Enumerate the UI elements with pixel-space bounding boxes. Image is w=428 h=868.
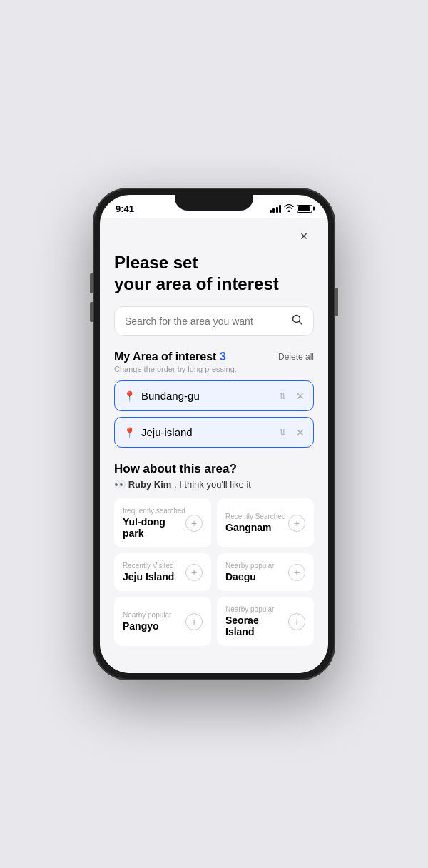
suggest-name-2: Jeju Island bbox=[123, 571, 185, 582]
search-container bbox=[114, 306, 314, 336]
add-button-jejuisland[interactable]: + bbox=[185, 564, 203, 581]
location-pin-icon: 📍 bbox=[123, 390, 136, 402]
recommend-title: How about this area? bbox=[114, 462, 314, 476]
add-button-pangyo[interactable]: + bbox=[185, 613, 203, 630]
page-title: Please set your area of interest bbox=[114, 252, 314, 295]
suggest-label-5: Nearby popular bbox=[225, 605, 288, 613]
suggest-grid: frequently searched Yul-dong park + Rece… bbox=[114, 498, 314, 646]
user-name: Ruby Kim bbox=[128, 479, 172, 490]
my-area-title: My Area of interest bbox=[114, 350, 216, 363]
suggest-card-gangnam: Recently Searched Gangnam + bbox=[217, 498, 314, 547]
suggest-name-5: Seorae Island bbox=[225, 615, 288, 637]
phone-screen: 9:41 bbox=[100, 195, 328, 673]
area-subtitle: Change the order by long pressing. bbox=[114, 365, 314, 373]
volume-up-button bbox=[90, 273, 93, 293]
my-area-section: My Area of interest 3 Delete all Change … bbox=[114, 350, 314, 373]
remove-icon-jeju[interactable]: ✕ bbox=[296, 427, 305, 438]
status-time: 9:41 bbox=[116, 203, 134, 214]
suggest-name-4: Pangyo bbox=[123, 620, 185, 632]
area-count: 3 bbox=[220, 350, 226, 363]
emoji: 👀 bbox=[114, 479, 126, 490]
suggest-name-0: Yul-dong park bbox=[123, 516, 185, 539]
phone-frame: 9:41 bbox=[93, 188, 335, 680]
delete-all-button[interactable]: Delete all bbox=[278, 352, 314, 362]
search-input[interactable] bbox=[125, 316, 286, 327]
signal-icon bbox=[270, 204, 282, 213]
remove-icon-bundang[interactable]: ✕ bbox=[296, 390, 305, 402]
suggest-label-0: frequently searched bbox=[123, 507, 185, 515]
recommend-section: How about this area? 👀 Ruby Kim , I thin… bbox=[114, 462, 314, 646]
add-button-seorae[interactable]: + bbox=[288, 613, 305, 630]
suggest-name-1: Gangnam bbox=[225, 522, 288, 533]
area-name-bundang: Bundang-gu bbox=[141, 390, 273, 402]
close-row: × bbox=[114, 218, 314, 252]
section-title-row: My Area of interest 3 Delete all bbox=[114, 350, 314, 363]
area-item-bundang: 📍 Bundang-gu ⇅ ✕ bbox=[114, 380, 314, 411]
search-icon bbox=[292, 314, 303, 328]
reorder-icon[interactable]: ⇅ bbox=[279, 391, 286, 401]
suggest-card-jejuisland: Recently Visited Jeju Island + bbox=[114, 553, 211, 591]
suggest-label-4: Nearby popular bbox=[123, 611, 185, 619]
status-icons bbox=[270, 204, 313, 213]
suggest-card-daegu: Nearby popular Daegu + bbox=[217, 553, 314, 591]
suggest-card-seorae: Nearby popular Seorae Island + bbox=[217, 597, 314, 646]
suggest-card-pangyo: Nearby popular Pangyo + bbox=[114, 597, 211, 646]
suggest-label-2: Recently Visited bbox=[123, 562, 185, 570]
close-button[interactable]: × bbox=[294, 226, 314, 246]
add-button-daegu[interactable]: + bbox=[288, 564, 305, 581]
add-button-yuldong[interactable]: + bbox=[185, 515, 203, 532]
location-pin-icon-2: 📍 bbox=[123, 427, 136, 438]
power-button bbox=[335, 288, 338, 316]
battery-icon bbox=[297, 205, 312, 213]
reorder-icon-2[interactable]: ⇅ bbox=[279, 428, 286, 438]
volume-down-button bbox=[90, 302, 93, 322]
area-name-jeju: Jeju-island bbox=[141, 426, 273, 438]
recommend-subtitle: 👀 Ruby Kim , I think you'll like it bbox=[114, 479, 314, 490]
add-button-gangnam[interactable]: + bbox=[288, 515, 305, 532]
suggest-label-1: Recently Searched bbox=[225, 513, 288, 520]
area-list: 📍 Bundang-gu ⇅ ✕ 📍 Jeju-island ⇅ ✕ bbox=[114, 380, 314, 448]
subtitle-suffix: , I think you'll like it bbox=[174, 479, 251, 490]
main-content[interactable]: × Please set your area of interest bbox=[100, 218, 328, 673]
suggest-name-3: Daegu bbox=[225, 571, 288, 582]
section-title-group: My Area of interest 3 bbox=[114, 350, 226, 363]
notch bbox=[175, 195, 253, 211]
suggest-card-yuldong: frequently searched Yul-dong park + bbox=[114, 498, 211, 547]
svg-line-1 bbox=[300, 322, 302, 325]
wifi-icon bbox=[284, 204, 294, 213]
area-item-jeju: 📍 Jeju-island ⇅ ✕ bbox=[114, 417, 314, 448]
suggest-label-3: Nearby popular bbox=[225, 562, 288, 570]
